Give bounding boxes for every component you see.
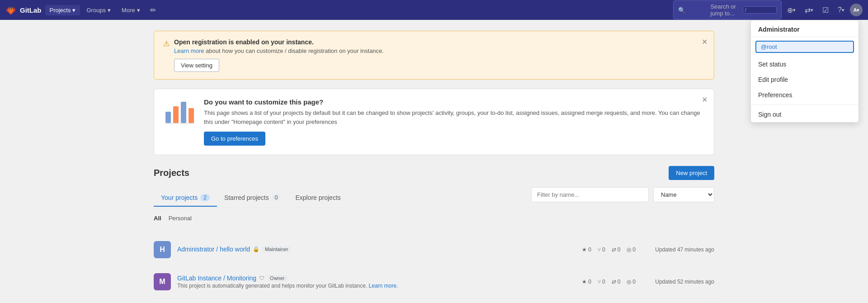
- issues-stat: ◎ 0: [627, 279, 636, 285]
- svg-rect-1: [173, 106, 179, 123]
- todos-button[interactable]: ☑: [819, 3, 832, 17]
- issue-icon: ◎: [627, 279, 631, 285]
- avatar: H: [154, 241, 171, 258]
- project-desc: This project is automatically generated …: [177, 283, 576, 289]
- project-list: H Administrator / hello world 🔒 Maintain…: [154, 234, 714, 298]
- sign-out-item[interactable]: Sign out: [751, 107, 859, 122]
- forks-stat: ⑂ 0: [598, 279, 605, 285]
- chevron-down-icon: ▾: [108, 7, 111, 14]
- customize-content: Do you want to customize this page? This…: [204, 98, 705, 146]
- filter-input[interactable]: [531, 187, 649, 202]
- project-badge: Maintainer: [262, 246, 291, 252]
- tab-your-projects-count: 2: [200, 194, 210, 201]
- set-status-item[interactable]: Set status: [751, 57, 859, 72]
- warning-icon: ⚠: [163, 39, 170, 48]
- stars-count: 0: [588, 279, 591, 285]
- user-avatar-button[interactable]: A ▾: [850, 4, 863, 16]
- issues-count: 0: [632, 246, 636, 253]
- chevron-down-icon: ▾: [137, 7, 140, 14]
- edit-profile-item[interactable]: Edit profile: [751, 72, 859, 87]
- user-dropdown-menu: Administrator @root Set status Edit prof…: [750, 20, 859, 123]
- tab-your-projects[interactable]: Your projects 2: [154, 189, 217, 207]
- project-info: Administrator / hello world 🔒 Maintainer: [177, 246, 576, 254]
- pencil-icon-button[interactable]: ✏: [146, 3, 160, 17]
- main-content: ⚠ Open registration is enabled on your i…: [145, 20, 723, 303]
- star-icon: ★: [582, 279, 587, 285]
- learn-more-link[interactable]: Learn more.: [369, 283, 398, 289]
- alert-close-button[interactable]: ✕: [702, 38, 708, 46]
- groups-nav-button[interactable]: Groups ▾: [82, 5, 115, 15]
- chevron-down-icon: ▾: [72, 7, 75, 14]
- project-stats: ★ 0 ⑂ 0 ⇄ 0 ◎ 0: [582, 246, 636, 253]
- filter-area: Name Last updated Last created Oldest cr…: [531, 187, 714, 202]
- section-title: Projects: [154, 168, 189, 178]
- sub-tab-all[interactable]: All: [154, 214, 161, 223]
- fork-icon: ⑂: [598, 279, 601, 285]
- brand-label: GitLab: [20, 6, 42, 14]
- view-setting-button[interactable]: View setting: [174, 59, 219, 72]
- alert-banner: ⚠ Open registration is enabled on your i…: [154, 31, 714, 80]
- project-info: GitLab Instance / Monitoring 🛡 Owner Thi…: [177, 275, 576, 289]
- new-project-button[interactable]: New project: [669, 166, 714, 180]
- merge-requests-button[interactable]: ⇄ ▾: [801, 3, 817, 17]
- forks-count: 0: [602, 246, 605, 253]
- projects-nav-button[interactable]: Projects ▾: [45, 5, 80, 15]
- lock-icon: 🔒: [253, 246, 259, 252]
- navbar: GitLab Projects ▾ Groups ▾ More ▾ ✏ 🔍 Se…: [0, 0, 868, 20]
- tab-explore-projects-label: Explore projects: [295, 194, 340, 201]
- project-tabs: Your projects 2 Starred projects 0 Explo…: [154, 189, 531, 206]
- project-updated: Updated 52 minutes ago: [642, 279, 714, 285]
- sub-tab-personal[interactable]: Personal: [169, 214, 192, 223]
- avatar: M: [154, 273, 171, 290]
- sort-select[interactable]: Name Last updated Last created Oldest cr…: [653, 187, 714, 202]
- preferences-item[interactable]: Preferences: [751, 87, 859, 103]
- customize-close-button[interactable]: ✕: [702, 95, 708, 104]
- customize-desc: This page shows a list of your projects …: [204, 109, 705, 126]
- merge-request-icon: ⇄: [612, 279, 616, 285]
- merge-request-icon: ⇄: [612, 246, 616, 253]
- dropdown-username-header: Administrator: [751, 20, 859, 37]
- project-name[interactable]: Administrator / hello world 🔒 Maintainer: [177, 246, 576, 253]
- star-icon: ★: [582, 246, 587, 253]
- dropdown-divider: [751, 104, 859, 105]
- gitlab-logo-icon: [5, 5, 16, 15]
- table-row: M GitLab Instance / Monitoring 🛡 Owner T…: [154, 266, 714, 298]
- tab-starred-projects[interactable]: Starred projects 0: [217, 189, 288, 207]
- project-updated: Updated 47 minutes ago: [642, 246, 714, 253]
- alert-title: Open registration is enabled on your ins…: [174, 38, 384, 46]
- tab-starred-projects-label: Starred projects: [224, 194, 269, 201]
- customize-chart-icon: [163, 98, 195, 125]
- more-nav-button[interactable]: More ▾: [117, 5, 145, 15]
- mr-stat: ⇄ 0: [612, 246, 621, 253]
- project-name[interactable]: GitLab Instance / Monitoring 🛡 Owner: [177, 275, 576, 282]
- project-namespace: GitLab Instance / Monitoring: [177, 275, 256, 282]
- alert-desc: Learn more about how you can customize /…: [174, 47, 384, 54]
- search-placeholder: Search or jump to...: [710, 3, 740, 17]
- go-to-preferences-button[interactable]: Go to preferences: [204, 132, 265, 146]
- mr-stat: ⇄ 0: [612, 279, 621, 285]
- stars-count: 0: [588, 246, 591, 253]
- svg-rect-0: [165, 112, 171, 123]
- project-stats: ★ 0 ⑂ 0 ⇄ 0 ◎ 0: [582, 279, 636, 285]
- search-bar[interactable]: 🔍 Search or jump to... /: [673, 0, 782, 19]
- issues-count: 0: [632, 279, 636, 285]
- mr-count: 0: [618, 246, 621, 253]
- stars-stat: ★ 0: [582, 279, 591, 285]
- new-item-button[interactable]: ⊕ ▾: [783, 3, 799, 17]
- search-icon: 🔍: [678, 7, 708, 14]
- forks-count: 0: [602, 279, 605, 285]
- issue-icon: ◎: [627, 246, 631, 253]
- brand: GitLab: [5, 5, 42, 15]
- alert-content: Open registration is enabled on your ins…: [174, 38, 384, 72]
- tab-explore-projects[interactable]: Explore projects: [288, 189, 348, 207]
- shield-icon: 🛡: [259, 275, 264, 281]
- alert-learn-more-link[interactable]: Learn more: [174, 47, 204, 54]
- project-namespace: Administrator / hello world: [177, 246, 250, 253]
- svg-rect-2: [181, 102, 186, 123]
- tab-your-projects-label: Your projects: [161, 194, 198, 201]
- svg-rect-3: [189, 108, 194, 123]
- mr-count: 0: [618, 279, 621, 285]
- section-header: Projects New project: [154, 166, 714, 180]
- search-shortcut: /: [743, 6, 777, 14]
- help-button[interactable]: ? ▾: [834, 3, 848, 17]
